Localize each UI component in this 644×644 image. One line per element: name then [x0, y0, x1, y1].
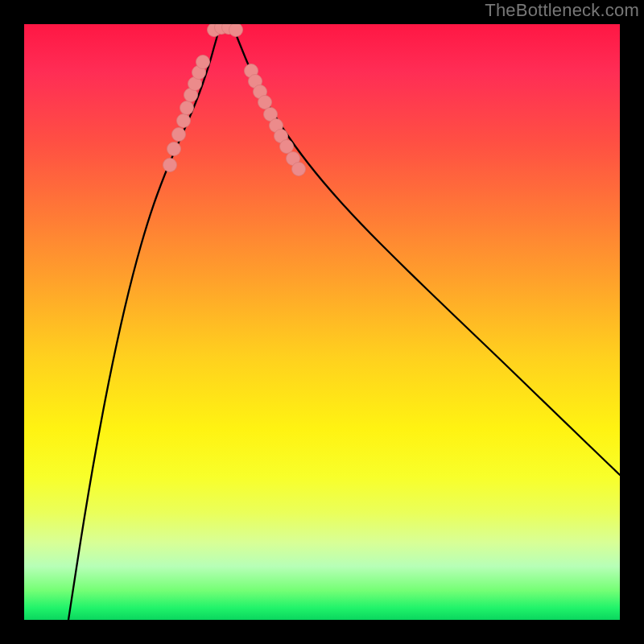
- left-dots-dot: [177, 114, 191, 128]
- plot-area: [24, 24, 620, 620]
- left-curve: [68, 27, 220, 620]
- watermark-text: TheBottleneck.com: [485, 0, 639, 21]
- left-dots-dot: [163, 159, 177, 172]
- floor-dots-dot: [229, 24, 243, 37]
- right-dots-dot: [258, 96, 272, 109]
- left-dots-dot: [196, 56, 210, 69]
- left-dots-dot: [172, 128, 186, 142]
- right-dots-dot: [292, 163, 306, 176]
- chart-frame: TheBottleneck.com: [0, 0, 644, 644]
- right-dots-dot: [280, 140, 294, 154]
- dot-layer: [163, 24, 306, 176]
- curve-layer: [24, 24, 620, 620]
- left-dots-dot: [167, 142, 181, 156]
- right-curve: [233, 27, 620, 475]
- left-dots-dot: [180, 101, 194, 115]
